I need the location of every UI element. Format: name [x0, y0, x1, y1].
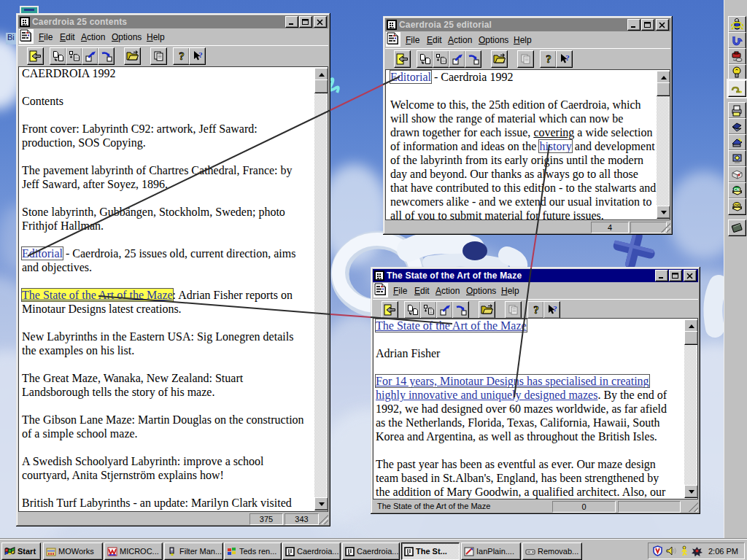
svg-text:CN: CN: [734, 187, 740, 192]
svg-text:?: ?: [533, 304, 539, 316]
svg-text:?: ?: [179, 50, 185, 62]
svg-text:?: ?: [565, 53, 570, 62]
svg-text:?: ?: [553, 304, 557, 313]
svg-text:?: ?: [198, 50, 203, 59]
svg-text:OF: OF: [734, 203, 740, 208]
svg-text:?: ?: [546, 53, 551, 65]
